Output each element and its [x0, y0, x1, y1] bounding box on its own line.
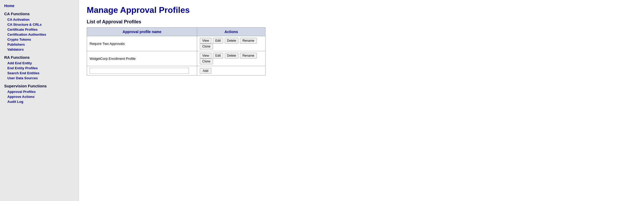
table-row: Require Two Approvals View Edit Delete R… — [87, 36, 265, 51]
sidebar-item-user-data-sources[interactable]: User Data Sources — [4, 76, 74, 81]
main-content: Manage Approval Profiles List of Approva… — [79, 0, 644, 201]
col-name-header: Approval profile name — [87, 28, 197, 36]
new-profile-name-input[interactable] — [90, 68, 189, 74]
section-heading: List of Approval Profiles — [87, 19, 636, 25]
sidebar-item-certificate-profiles[interactable]: Certificate Profiles — [4, 27, 74, 32]
home-link[interactable]: Home — [4, 3, 74, 8]
ca-functions-title: CA Functions — [4, 12, 74, 16]
sidebar-item-approve-actions[interactable]: Approve Actions — [4, 94, 74, 99]
delete-button-1[interactable]: Delete — [225, 53, 239, 59]
profile-actions-cell: View Edit Delete Rename Clone — [197, 36, 265, 51]
sidebar-item-publishers[interactable]: Publishers — [4, 42, 74, 47]
col-actions-header: Actions — [197, 28, 265, 36]
clone-button-0[interactable]: Clone — [200, 44, 213, 49]
page-layout: Home CA Functions CA Activation CA Struc… — [0, 0, 644, 201]
sidebar-item-end-entity-profiles[interactable]: End Entity Profiles — [4, 66, 74, 71]
edit-button-1[interactable]: Edit — [213, 53, 223, 59]
profile-name-cell: Require Two Approvals — [87, 36, 197, 51]
table-row: WidgetCorp Enrollment Profile View Edit … — [87, 51, 265, 66]
sidebar-item-audit-log[interactable]: Audit Log — [4, 99, 74, 104]
view-button-0[interactable]: View — [200, 38, 211, 44]
profile-name-cell: WidgetCorp Enrollment Profile — [87, 51, 197, 66]
profiles-table: Approval profile name Actions Require Tw… — [87, 27, 265, 76]
add-row: Add — [87, 66, 265, 76]
sidebar-item-certification-authorities[interactable]: Certification Authorities — [4, 32, 74, 37]
supervision-functions-title: Supervision Functions — [4, 84, 74, 88]
sidebar-item-crypto-tokens[interactable]: Crypto Tokens — [4, 37, 74, 42]
delete-button-0[interactable]: Delete — [225, 38, 239, 44]
sidebar-item-approval-profiles[interactable]: Approval Profiles — [4, 89, 74, 94]
add-profile-button[interactable]: Add — [200, 68, 211, 74]
table-header-row: Approval profile name Actions — [87, 28, 265, 36]
ra-functions-title: RA Functions — [4, 55, 74, 60]
new-profile-name-cell — [87, 66, 197, 76]
profile-actions-cell: View Edit Delete Rename Clone — [197, 51, 265, 66]
rename-button-0[interactable]: Rename — [240, 38, 257, 44]
sidebar-item-validators[interactable]: Validators — [4, 47, 74, 52]
rename-button-1[interactable]: Rename — [240, 53, 257, 59]
sidebar: Home CA Functions CA Activation CA Struc… — [0, 0, 79, 201]
page-title: Manage Approval Profiles — [87, 5, 636, 15]
clone-button-1[interactable]: Clone — [200, 59, 213, 64]
sidebar-item-add-end-entity[interactable]: Add End Entity — [4, 61, 74, 66]
sidebar-item-ca-structure-crls[interactable]: CA Structure & CRLs — [4, 22, 74, 27]
add-action-cell: Add — [197, 66, 265, 76]
edit-button-0[interactable]: Edit — [213, 38, 223, 44]
view-button-1[interactable]: View — [200, 53, 211, 59]
sidebar-item-search-end-entities[interactable]: Search End Entities — [4, 71, 74, 76]
sidebar-item-ca-activation[interactable]: CA Activation — [4, 17, 74, 22]
